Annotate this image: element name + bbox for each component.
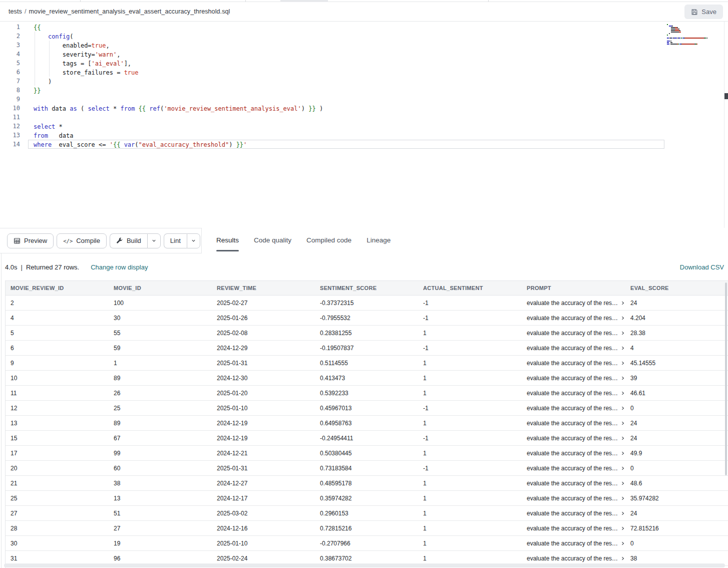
table-row: 20602025-01-310.73183584-1evaluate the a… xyxy=(6,461,728,476)
column-header-sentiment_score[interactable]: SENTIMENT_SCORE xyxy=(315,285,418,291)
prompt-cell-text: evaluate the accuracy of the res… xyxy=(527,555,618,562)
expand-prompt-icon[interactable] xyxy=(620,541,625,546)
code-token: "eval_accuracy_threshold" xyxy=(139,141,229,148)
code-line[interactable]: tags = ['ai_eval'], xyxy=(28,59,664,68)
breadcrumb-separator: / xyxy=(22,8,29,15)
column-header-movie_review_id[interactable]: MOVIE_REVIEW_ID xyxy=(6,285,109,291)
code-line[interactable]: select * xyxy=(28,122,664,131)
expand-prompt-icon[interactable] xyxy=(620,421,625,426)
expand-prompt-icon[interactable] xyxy=(620,496,625,501)
expand-prompt-icon[interactable] xyxy=(620,331,625,336)
table-cell: 9 xyxy=(6,360,109,367)
expand-prompt-icon[interactable] xyxy=(620,451,625,456)
code-line-active[interactable]: where eval_score <= '{{ var("eval_accura… xyxy=(28,140,664,149)
column-header-actual_sentiment[interactable]: ACTUAL_SENTIMENT xyxy=(418,285,522,291)
line-number: 5 xyxy=(0,59,20,68)
editor-scrollbar-thumb[interactable] xyxy=(724,93,728,99)
column-header-review_time[interactable]: REVIEW_TIME xyxy=(212,285,315,291)
column-header-movie_id[interactable]: MOVIE_ID xyxy=(109,285,212,291)
code-line[interactable] xyxy=(28,113,664,122)
download-csv-link[interactable]: Download CSV xyxy=(680,263,724,271)
table-cell: 38 xyxy=(625,555,728,562)
table-cell: 0.73183584 xyxy=(315,465,418,472)
code-line[interactable]: enabled=true, xyxy=(28,41,664,50)
code-line[interactable]: with data as ( select * from {{ ref('mov… xyxy=(28,104,664,113)
line-number: 11 xyxy=(0,113,20,122)
code-line[interactable]: ) xyxy=(28,77,664,86)
expand-prompt-icon[interactable] xyxy=(620,556,625,561)
prompt-cell-text: evaluate the accuracy of the res… xyxy=(527,450,618,457)
table-body: 21002025-02-27-0.37372315-1evaluate the … xyxy=(6,296,728,566)
expand-prompt-icon[interactable] xyxy=(620,346,625,351)
code-line[interactable]: }} xyxy=(28,86,664,95)
lint-dropdown-button[interactable] xyxy=(187,233,200,248)
tab-lineage[interactable]: Lineage xyxy=(367,228,391,252)
minimap-line xyxy=(667,24,722,25)
table-cell: 4 xyxy=(625,345,728,352)
table-vertical-scrollbar[interactable] xyxy=(725,282,727,475)
line-number: 1 xyxy=(0,23,20,32)
lint-button[interactable]: Lint xyxy=(164,233,187,248)
code-line[interactable] xyxy=(28,95,664,104)
expand-prompt-icon[interactable] xyxy=(620,376,625,381)
expand-prompt-icon[interactable] xyxy=(620,526,625,531)
prompt-cell: evaluate the accuracy of the res… xyxy=(522,540,625,547)
prompt-cell: evaluate the accuracy of the res… xyxy=(522,330,625,337)
expand-prompt-icon[interactable] xyxy=(620,466,625,471)
table-cell: 1 xyxy=(418,330,522,337)
expand-prompt-icon[interactable] xyxy=(620,406,625,411)
expand-prompt-icon[interactable] xyxy=(620,436,625,441)
table-cell: 1 xyxy=(418,525,522,532)
expand-prompt-icon[interactable] xyxy=(620,511,625,516)
breadcrumb-folder[interactable]: tests xyxy=(9,8,22,15)
table-cell: -1 xyxy=(418,345,522,352)
line-number: 9 xyxy=(0,95,20,104)
expand-prompt-icon[interactable] xyxy=(620,316,625,321)
code-line[interactable]: store_failures = true xyxy=(28,68,664,77)
tab-code-quality[interactable]: Code quality xyxy=(254,228,291,252)
save-icon xyxy=(691,9,698,16)
code-token: data xyxy=(48,132,74,139)
table-row: 17992024-12-210.503804451evaluate the ac… xyxy=(6,446,728,461)
line-number: 3 xyxy=(0,41,20,50)
save-button[interactable]: Save xyxy=(684,5,723,19)
table-cell: 0.48595178 xyxy=(315,480,418,487)
code-token: config xyxy=(48,33,70,40)
table-cell: 2025-01-31 xyxy=(212,360,315,367)
ide-window: tests/movie_review_sentiment_analysis_ev… xyxy=(0,0,728,568)
code-line[interactable]: from data xyxy=(28,131,664,140)
minimap[interactable] xyxy=(667,24,722,45)
code-line[interactable]: severity='warn', xyxy=(28,50,664,59)
preview-button[interactable]: Preview xyxy=(7,233,54,248)
status-separator: | xyxy=(21,263,23,271)
expand-prompt-icon[interactable] xyxy=(620,481,625,486)
code-token: ], xyxy=(124,60,131,67)
table-cell: 13 xyxy=(109,495,212,502)
table-row: 28272024-12-160.728152161evaluate the ac… xyxy=(6,521,728,536)
compile-button[interactable]: </> Compile xyxy=(57,233,107,248)
expand-prompt-icon[interactable] xyxy=(620,391,625,396)
column-header-prompt[interactable]: PROMPT xyxy=(522,285,625,291)
table-cell: -1 xyxy=(418,435,522,442)
code-line[interactable]: config( xyxy=(28,32,664,41)
table-cell: 2025-01-10 xyxy=(212,540,315,547)
column-header-eval_score[interactable]: EVAL_SCORE xyxy=(625,285,728,291)
table-cell: 1 xyxy=(418,420,522,427)
code-area[interactable]: {{ config( enabled=true, severity='warn'… xyxy=(28,23,664,149)
code-line[interactable]: {{ xyxy=(28,23,664,32)
build-dropdown-button[interactable] xyxy=(147,233,161,248)
table-cell: 1 xyxy=(418,480,522,487)
tab-compiled-code[interactable]: Compiled code xyxy=(306,228,351,252)
minimap-line xyxy=(667,42,722,43)
expand-prompt-icon[interactable] xyxy=(620,361,625,366)
expand-prompt-icon[interactable] xyxy=(620,301,625,306)
table-row: 4302025-01-26-0.7955532-1evaluate the ac… xyxy=(6,311,728,326)
code-token xyxy=(120,141,124,148)
code-editor[interactable]: 1234567891011121314 {{ config( enabled=t… xyxy=(0,22,728,228)
results-table: MOVIE_REVIEW_IDMOVIE_IDREVIEW_TIMESENTIM… xyxy=(5,280,728,568)
build-button[interactable]: Build xyxy=(110,233,147,248)
prompt-cell: evaluate the accuracy of the res… xyxy=(522,450,625,457)
change-row-display-link[interactable]: Change row display xyxy=(91,263,148,271)
tab-results[interactable]: Results xyxy=(216,228,239,252)
table-horizontal-scrollbar[interactable] xyxy=(4,563,725,567)
